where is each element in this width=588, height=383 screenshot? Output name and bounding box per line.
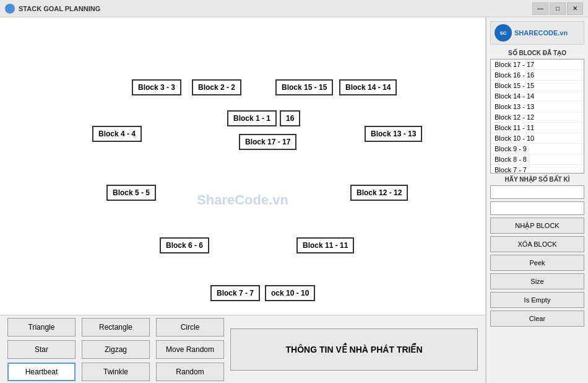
thong-tin-button[interactable]: THÔNG TIN VỀ NHÀ PHÁT TRIỂN [230, 328, 478, 371]
list-item[interactable]: Block 12 - 12 [491, 112, 584, 123]
twinkle-button[interactable]: Twinkle [82, 363, 150, 381]
block-b14-14[interactable]: Block 14 - 14 [339, 79, 397, 95]
maximize-button[interactable]: □ [550, 2, 566, 15]
size-button[interactable]: Size [490, 273, 584, 289]
block-b13-13[interactable]: Block 13 - 13 [365, 126, 422, 142]
block-b12-12[interactable]: Block 12 - 12 [350, 185, 408, 201]
list-item[interactable]: Block 16 - 16 [491, 70, 584, 81]
peek-button[interactable]: Peek [490, 255, 584, 271]
random-button[interactable]: Random [156, 363, 224, 381]
block-b16[interactable]: 16 [280, 110, 300, 126]
move-random-button[interactable]: Move Random [156, 340, 224, 359]
heartbeat-button[interactable]: Heartbeat [7, 363, 76, 381]
circle-button[interactable]: Circle [156, 318, 224, 337]
xoa-block-button[interactable]: XÓA BLOCK [490, 236, 584, 252]
btn-group-3: Circle Move Random Random [156, 318, 224, 381]
block-b15-15[interactable]: Block 15 - 15 [275, 79, 333, 95]
block-b3-3[interactable]: Block 3 - 3 [132, 79, 181, 95]
block-b17-17[interactable]: Block 17 - 17 [239, 134, 296, 150]
block-b11-11[interactable]: Block 11 - 11 [296, 237, 354, 253]
app-title: STACK GOAL PLANNING [19, 5, 100, 12]
block-b1-1[interactable]: Block 1 - 1 [227, 110, 277, 126]
clear-button[interactable]: Clear [490, 310, 584, 327]
input-section-title: HÃY NHẬP SỐ BẤT KÌ [490, 176, 584, 183]
list-item[interactable]: Block 9 - 9 [491, 144, 584, 154]
btn-group-1: Triangle Star Heartbeat [7, 318, 76, 381]
btn-group-2: Rectangle Zigzag Twinkle [82, 318, 150, 381]
list-item[interactable]: Block 14 - 14 [491, 91, 584, 102]
right-panel: SC SHARECODE.vn SỐ BLOCK ĐÃ TẠO Block 17… [486, 17, 588, 383]
main-container: ShareCode.vn Triangle Star Heartbeat Rec… [0, 17, 588, 383]
star-button[interactable]: Star [7, 340, 76, 359]
list-item[interactable]: Block 15 - 15 [491, 81, 584, 91]
list-item[interactable]: Block 17 - 17 [491, 59, 584, 70]
title-bar: STACK GOAL PLANNING — □ ✕ [0, 0, 588, 17]
close-button[interactable]: ✕ [567, 2, 583, 15]
minimize-button[interactable]: — [532, 2, 548, 15]
title-bar-left: STACK GOAL PLANNING [5, 4, 100, 14]
block-b6-6[interactable]: Block 6 - 6 [160, 237, 209, 253]
sharecode-logo: SC [495, 24, 512, 42]
block-list[interactable]: Block 17 - 17Block 16 - 16Block 15 - 15B… [490, 59, 584, 174]
block-b10-10[interactable]: ock 10 - 10 [265, 285, 315, 301]
canvas-area: ShareCode.vn Triangle Star Heartbeat Rec… [0, 17, 486, 383]
list-item[interactable]: Block 11 - 11 [491, 123, 584, 133]
bottom-bar: Triangle Star Heartbeat Rectangle Zigzag… [0, 315, 485, 383]
number-input-1[interactable] [490, 185, 584, 199]
logo-text: SC [499, 30, 506, 36]
right-header: SC SHARECODE.vn [490, 21, 584, 45]
list-item[interactable]: Block 7 - 7 [491, 165, 584, 174]
block-b5-5[interactable]: Block 5 - 5 [106, 185, 156, 201]
rectangle-button[interactable]: Rectangle [82, 318, 150, 337]
list-item[interactable]: Block 13 - 13 [491, 102, 584, 112]
list-item[interactable]: Block 10 - 10 [491, 133, 584, 144]
title-bar-controls[interactable]: — □ ✕ [532, 2, 583, 15]
zigzag-button[interactable]: Zigzag [82, 340, 150, 359]
block-b7-7[interactable]: Block 7 - 7 [210, 285, 260, 301]
block-b4-4[interactable]: Block 4 - 4 [92, 126, 142, 142]
number-input-2[interactable] [490, 201, 584, 215]
is-empty-button[interactable]: Is Empty [490, 292, 584, 308]
block-section-title: SỐ BLOCK ĐÃ TẠO [490, 50, 584, 56]
app-icon [5, 4, 15, 14]
list-item[interactable]: Block 8 - 8 [491, 154, 584, 165]
watermark: ShareCode.vn [197, 192, 288, 208]
triangle-button[interactable]: Triangle [7, 318, 76, 337]
sharecode-brand: SHARECODE.vn [514, 29, 568, 37]
block-b2-2[interactable]: Block 2 - 2 [192, 79, 241, 95]
nhap-block-button[interactable]: NHẬP BLOCK [490, 218, 584, 234]
